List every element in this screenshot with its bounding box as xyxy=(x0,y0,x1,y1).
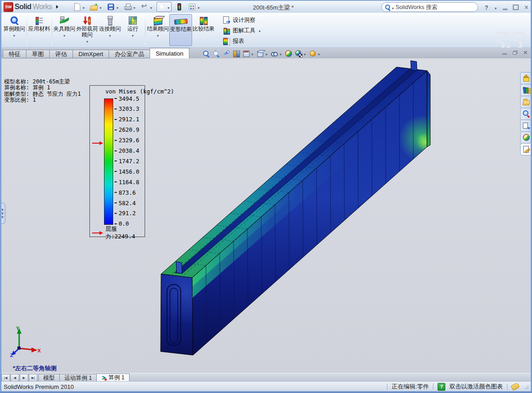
command-tab[interactable]: 草图 xyxy=(26,50,49,58)
legend-tick xyxy=(115,119,117,120)
ribbon-button[interactable]: 外部载荷顾问 xyxy=(76,14,99,46)
dropdown-arrow-icon[interactable] xyxy=(63,32,66,39)
headsup-tool-button[interactable] xyxy=(309,49,321,57)
ribbon-button[interactable]: 连接顾问 xyxy=(99,14,121,46)
search-input[interactable] xyxy=(395,4,475,11)
next-tab-button[interactable] xyxy=(20,374,28,382)
command-tab[interactable]: 评估 xyxy=(49,50,73,58)
legend-value: 3494.5 xyxy=(119,95,139,102)
study-tab[interactable]: 运动算例 1 xyxy=(59,374,97,382)
ribbon-button[interactable]: 夹具顾问 xyxy=(53,14,76,46)
zoom-to-selection-icon xyxy=(222,50,230,57)
command-tab[interactable]: 办公室产品 xyxy=(109,50,150,58)
headsup-tool-button[interactable] xyxy=(232,50,240,57)
beam-model[interactable] xyxy=(0,58,532,373)
quick-access-toolbar xyxy=(72,2,201,12)
menu-flyout-arrow-icon[interactable] xyxy=(56,5,58,9)
quick-tool-button[interactable] xyxy=(156,2,172,12)
quick-tool-button[interactable] xyxy=(140,2,154,11)
tag-icon[interactable] xyxy=(511,383,520,391)
dropdown-arrow-icon[interactable] xyxy=(131,32,135,39)
study-icon xyxy=(101,375,107,381)
legend-value-row: 2329.6 xyxy=(115,137,144,144)
ribbon-button[interactable]: 比较结果 xyxy=(192,14,215,46)
previous-tab-button[interactable] xyxy=(10,374,19,382)
headsup-tool-button[interactable] xyxy=(212,50,220,57)
command-tab-label: 评估 xyxy=(55,50,67,58)
legend-tick xyxy=(115,192,117,193)
dropdown-arrow-icon[interactable] xyxy=(156,32,160,39)
search-scope-arrow-icon[interactable] xyxy=(391,3,395,11)
dropdown-arrow-icon[interactable] xyxy=(197,3,200,11)
stress-legend[interactable]: von Mises (kgf/cm^2) 3494.5 3203.3 xyxy=(89,85,145,237)
plot-info-line: 模型名称: 200t-65m主梁 xyxy=(4,79,81,85)
dropdown-arrow-icon[interactable] xyxy=(85,38,89,45)
ribbon-button[interactable]: 变形结果 xyxy=(169,14,192,46)
quick-tool-button[interactable] xyxy=(106,2,120,11)
legend-tick xyxy=(115,202,117,203)
dropdown-arrow-icon[interactable] xyxy=(82,3,85,11)
help-tip-icon[interactable]: ? xyxy=(438,383,445,391)
ribbon-side-button[interactable]: 报表 xyxy=(220,36,264,46)
ribbon-button[interactable]: 算例顾问 xyxy=(3,14,26,46)
file-explorer-icon xyxy=(522,98,530,106)
ribbon-button[interactable]: 运行 xyxy=(121,14,144,46)
dropdown-arrow-icon[interactable] xyxy=(115,3,119,11)
legend-value-row: 873.6 xyxy=(115,189,144,196)
search-box[interactable] xyxy=(381,2,478,12)
ribbon-button[interactable]: 结果顾问 xyxy=(146,14,169,46)
command-tab-label: DimXpert xyxy=(78,51,103,57)
legend-value: 2912.1 xyxy=(119,116,139,123)
dropdown-arrow-icon[interactable] xyxy=(149,3,153,11)
headsup-tool-button[interactable] xyxy=(271,49,282,57)
dropdown-arrow-icon[interactable] xyxy=(108,32,112,39)
quick-tool-button[interactable] xyxy=(187,2,201,11)
minimize-button[interactable] xyxy=(503,9,507,10)
command-tab[interactable]: 特征 xyxy=(3,50,26,58)
headsup-tool-button[interactable] xyxy=(285,50,292,57)
study-tab[interactable]: 模型 xyxy=(38,374,60,382)
headsup-tool-button[interactable] xyxy=(256,49,268,57)
document-close-button[interactable] xyxy=(523,50,527,55)
headsup-tool-button[interactable] xyxy=(242,49,254,57)
dropdown-arrow-icon[interactable] xyxy=(317,49,321,57)
quick-tool-button[interactable] xyxy=(174,2,184,11)
headsup-tool-button[interactable] xyxy=(295,49,307,57)
legend-value: 873.6 xyxy=(119,189,136,196)
dropdown-arrow-icon[interactable] xyxy=(167,3,170,11)
triad-y-label: Y xyxy=(16,326,20,331)
help-arrow-icon[interactable] xyxy=(494,3,497,11)
dropdown-arrow-icon[interactable] xyxy=(132,3,136,11)
quick-tool-button[interactable] xyxy=(123,2,137,11)
command-tab[interactable]: Simulation xyxy=(150,48,189,58)
quick-tool-button[interactable] xyxy=(89,2,103,11)
dropdown-arrow-icon[interactable] xyxy=(279,49,282,57)
ribbon-side-button[interactable]: 图解工具 xyxy=(220,26,264,36)
quick-tool-button[interactable] xyxy=(72,2,86,11)
dropdown-arrow-icon[interactable] xyxy=(99,3,102,11)
view-orientation-name: *左右二等角轴测 xyxy=(13,364,57,372)
ribbon-button[interactable]: 应用材料 xyxy=(28,14,51,46)
document-minimize-button[interactable] xyxy=(502,53,507,55)
dropdown-arrow-icon[interactable] xyxy=(12,32,16,39)
dropdown-arrow-icon[interactable] xyxy=(303,49,307,57)
headsup-tool-button[interactable] xyxy=(222,50,230,57)
help-button[interactable] xyxy=(485,4,488,11)
window-border-bottom xyxy=(0,391,532,393)
headsup-tool-button[interactable] xyxy=(202,50,210,57)
last-tab-button[interactable] xyxy=(29,374,37,382)
command-tab[interactable]: DimXpert xyxy=(73,50,109,58)
group-separator xyxy=(26,15,27,45)
document-restore-button[interactable] xyxy=(513,51,517,55)
dropdown-arrow-icon[interactable] xyxy=(250,49,254,57)
ribbon-side-button[interactable]: 设计洞察 xyxy=(220,15,264,25)
first-tab-button[interactable] xyxy=(1,374,10,382)
legend-value: 1456.0 xyxy=(119,168,139,175)
dropdown-arrow-icon[interactable] xyxy=(265,49,268,57)
graphics-area[interactable]: 模型名称: 200t-65m主梁算例名称: 算例 1图解类型: 静态 节应力 应… xyxy=(0,58,532,373)
close-button[interactable] xyxy=(524,5,528,10)
dropdown-arrow-icon[interactable] xyxy=(258,27,261,34)
maximize-button[interactable] xyxy=(513,5,519,10)
study-tab[interactable]: 算例 1 xyxy=(96,373,129,382)
resize-grip[interactable] xyxy=(523,384,529,390)
